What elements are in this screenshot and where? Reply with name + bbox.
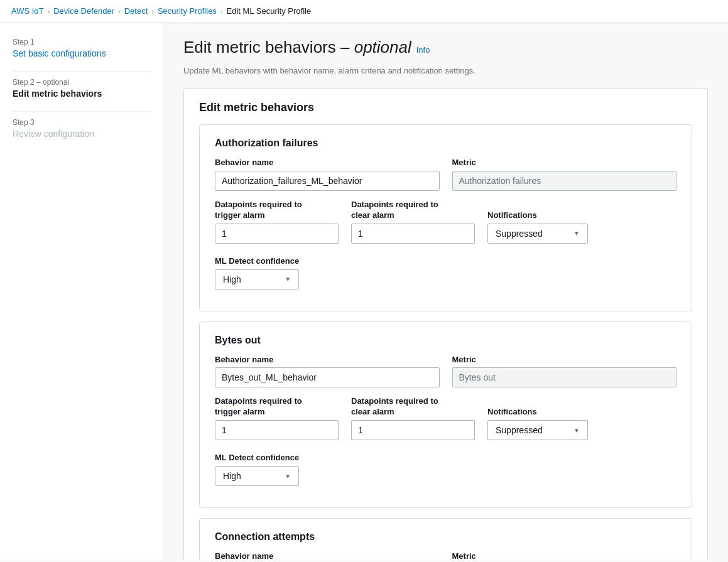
form-group-behavior-name-1: Behavior name [215, 158, 440, 191]
step2-label: Step 2 – optional [13, 78, 150, 87]
page-title-row: Edit metric behaviors – optional Info [183, 38, 708, 62]
sidebar: Step 1 Set basic configurations Step 2 –… [0, 23, 163, 559]
metric-label-2: Metric [452, 355, 677, 365]
section-card: Edit metric behaviors Authorization fail… [183, 88, 708, 559]
notifications-value-1: Suppressed [496, 229, 543, 239]
form-row-names-1: Behavior name Metric [215, 158, 676, 191]
behavior-name-label-3: Behavior name [215, 551, 440, 559]
dp-trigger-label-2: Datapoints required totrigger alarm [215, 396, 339, 418]
ml-confidence-arrow-1: ▼ [285, 276, 291, 283]
form-group-notifications-2: Notifications Suppressed ▼ [487, 407, 588, 440]
breadcrumb-sep-3: › [151, 8, 154, 15]
behavior-title-auth-failures: Authorization failures [215, 138, 676, 149]
form-group-metric-3: Metric [452, 551, 677, 559]
form-row-names-2: Behavior name Metric [215, 355, 676, 388]
ml-confidence-value-1: High [223, 274, 241, 284]
form-group-ml-confidence-2: ML Detect confidence High ▼ [215, 453, 299, 486]
form-group-ml-confidence-1: ML Detect confidence High ▼ [215, 256, 299, 289]
breadcrumb-device-defender[interactable]: Device Defender [53, 6, 114, 16]
breadcrumb-sep-2: › [118, 8, 121, 15]
behavior-title-bytes-out: Bytes out [215, 335, 676, 346]
ml-confidence-dropdown-2[interactable]: High ▼ [215, 466, 299, 486]
page-title: Edit metric behaviors – optional [183, 38, 411, 57]
breadcrumb-security-profiles[interactable]: Security Profiles [158, 6, 217, 16]
notifications-arrow-2: ▼ [573, 427, 580, 434]
form-group-behavior-name-3: Behavior name [215, 551, 440, 559]
breadcrumb: AWS IoT › Device Defender › Detect › Sec… [0, 0, 728, 23]
page-subtitle: Update ML behaviors with behavior name, … [183, 66, 708, 75]
dp-clear-input-2[interactable] [351, 420, 475, 440]
form-row-names-3: Behavior name Metric [215, 551, 676, 559]
behavior-block-connection-attempts: Connection attempts Behavior name Metric… [199, 518, 692, 559]
breadcrumb-sep-1: › [48, 8, 50, 15]
notifications-label-2: Notifications [487, 407, 588, 418]
step3-title: Review configuration [13, 129, 150, 139]
dp-trigger-input-1[interactable] [215, 224, 339, 244]
sidebar-step3: Step 3 Review configuration [13, 118, 150, 139]
breadcrumb-sep-4: › [220, 8, 223, 15]
main-content: Edit metric behaviors – optional Info Up… [163, 23, 728, 559]
behavior-name-input-1[interactable] [215, 171, 440, 191]
form-row-dp-2: Datapoints required totrigger alarm Data… [215, 396, 676, 486]
ml-confidence-value-2: High [223, 471, 241, 481]
sidebar-step2: Step 2 – optional Edit metric behaviors [13, 78, 150, 99]
notifications-dropdown-2[interactable]: Suppressed ▼ [487, 420, 588, 440]
form-group-dp-clear-2: Datapoints required toclear alarm [351, 396, 475, 440]
form-group-dp-clear-1: Datapoints required toclear alarm [351, 200, 475, 244]
dp-clear-label-2: Datapoints required toclear alarm [351, 396, 475, 418]
form-group-metric-2: Metric [452, 355, 677, 388]
dp-clear-label-1: Datapoints required toclear alarm [351, 200, 475, 221]
step2-title[interactable]: Edit metric behaviors [13, 89, 150, 99]
form-group-dp-trigger-2: Datapoints required totrigger alarm [215, 396, 339, 440]
dp-trigger-input-2[interactable] [215, 420, 339, 440]
metric-label-1: Metric [452, 158, 677, 168]
behavior-name-input-2[interactable] [215, 367, 440, 387]
breadcrumb-aws-iot[interactable]: AWS IoT [11, 6, 44, 16]
behavior-name-label-2: Behavior name [215, 355, 440, 365]
notifications-arrow-1: ▼ [573, 230, 580, 237]
dp-trigger-label-1: Datapoints required totrigger alarm [215, 200, 339, 221]
sidebar-step1: Step 1 Set basic configurations [13, 38, 150, 58]
dp-clear-input-1[interactable] [351, 224, 475, 244]
ml-confidence-label-1: ML Detect confidence [215, 256, 299, 267]
ml-confidence-arrow-2: ▼ [285, 473, 291, 480]
form-group-dp-trigger-1: Datapoints required totrigger alarm [215, 200, 339, 244]
form-row-dp-1: Datapoints required totrigger alarm Data… [215, 200, 676, 289]
behavior-title-connection-attempts: Connection attempts [215, 531, 676, 543]
metric-input-2 [452, 367, 677, 387]
step3-label: Step 3 [13, 118, 150, 127]
metric-input-1 [452, 171, 677, 191]
ml-confidence-label-2: ML Detect confidence [215, 453, 299, 463]
ml-confidence-dropdown-1[interactable]: High ▼ [215, 269, 299, 289]
metric-label-3: Metric [452, 551, 677, 559]
form-group-behavior-name-2: Behavior name [215, 355, 440, 388]
notifications-dropdown-1[interactable]: Suppressed ▼ [487, 224, 588, 244]
section-card-title: Edit metric behaviors [199, 101, 692, 114]
form-group-notifications-1: Notifications Suppressed ▼ [487, 210, 588, 244]
behavior-block-auth-failures: Authorization failures Behavior name Met… [199, 124, 692, 311]
step1-label: Step 1 [13, 38, 150, 46]
behavior-name-label-1: Behavior name [215, 158, 440, 168]
info-link[interactable]: Info [416, 45, 430, 55]
form-group-metric-1: Metric [452, 158, 677, 191]
behavior-block-bytes-out: Bytes out Behavior name Metric Datapoint… [199, 322, 692, 509]
notifications-label-1: Notifications [487, 210, 588, 221]
breadcrumb-current: Edit ML Security Profile [227, 6, 312, 16]
breadcrumb-detect[interactable]: Detect [124, 6, 148, 16]
notifications-value-2: Suppressed [496, 425, 543, 435]
step1-title[interactable]: Set basic configurations [13, 48, 150, 58]
